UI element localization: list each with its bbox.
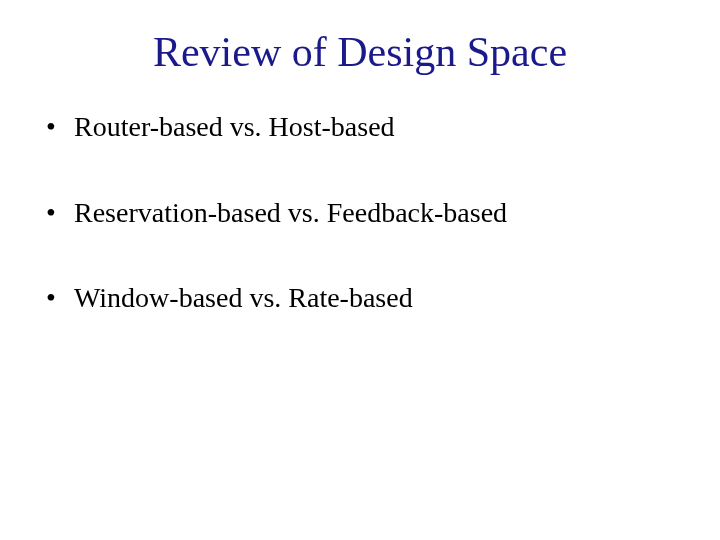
slide-title: Review of Design Space	[40, 28, 680, 76]
list-item: Window-based vs. Rate-based	[46, 281, 680, 315]
slide: Review of Design Space Router-based vs. …	[0, 0, 720, 540]
list-item: Router-based vs. Host-based	[46, 110, 680, 144]
bullet-list: Router-based vs. Host-based Reservation-…	[40, 110, 680, 315]
list-item: Reservation-based vs. Feedback-based	[46, 196, 680, 230]
